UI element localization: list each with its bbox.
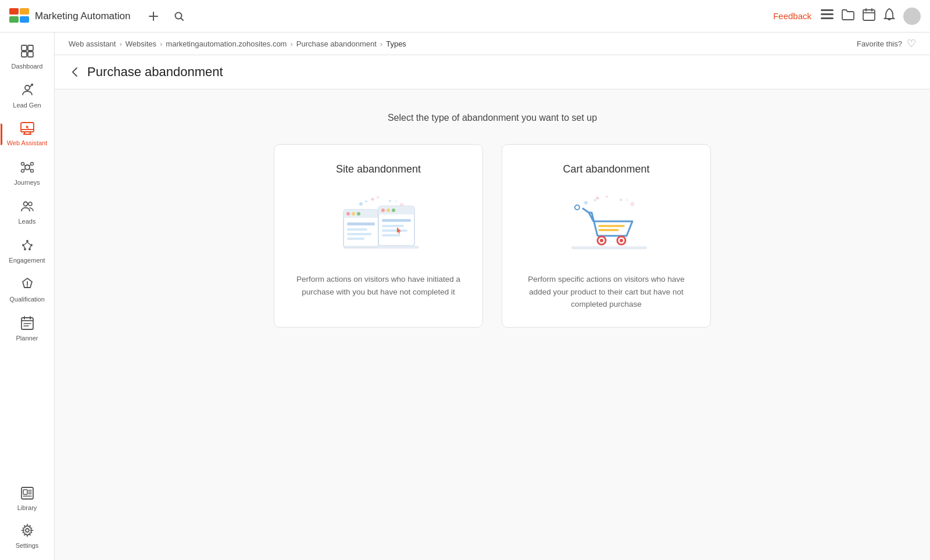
sidebar-item-planner[interactable]: Planner xyxy=(3,310,52,347)
breadcrumb-current: Types xyxy=(386,40,406,48)
svg-line-33 xyxy=(24,164,26,166)
sidebar-item-label: Planner xyxy=(16,335,38,342)
svg-line-36 xyxy=(29,168,31,170)
svg-text:+: + xyxy=(593,197,597,203)
calendar-icon[interactable] xyxy=(863,8,875,24)
sidebar-item-label: Engagement xyxy=(9,257,45,264)
sidebar-item-dashboard[interactable]: Dashboard xyxy=(3,38,52,75)
app-logo-area: Marketing Automation xyxy=(9,8,140,24)
search-button[interactable] xyxy=(170,7,188,26)
sidebar-item-label: Dashboard xyxy=(12,63,43,70)
breadcrumb-purchase[interactable]: Purchase abandonment xyxy=(296,40,377,48)
svg-line-34 xyxy=(29,164,31,166)
svg-rect-17 xyxy=(22,52,27,57)
svg-point-94 xyxy=(620,199,622,201)
cart-abandonment-desc: Perform specific actions on visitors who… xyxy=(518,273,694,311)
sidebar-item-web-assistant[interactable]: Web Assistant xyxy=(3,116,52,152)
cart-abandonment-title: Cart abandonment xyxy=(563,163,649,175)
svg-point-37 xyxy=(23,202,27,206)
svg-rect-11 xyxy=(863,10,875,20)
svg-rect-1 xyxy=(20,8,29,15)
cart-abandonment-card[interactable]: Cart abandonment + + ○ xyxy=(502,144,711,328)
add-button[interactable] xyxy=(144,7,163,26)
library-icon xyxy=(21,487,34,502)
breadcrumb-domain[interactable]: marketingautomation.zohosites.com xyxy=(166,40,287,48)
sidebar-item-settings[interactable]: Settings xyxy=(3,518,52,554)
svg-rect-78 xyxy=(347,228,367,231)
sidebar-item-label: Library xyxy=(17,504,37,512)
folder-icon[interactable] xyxy=(842,9,854,23)
svg-text:+: + xyxy=(364,198,368,204)
sidebar-item-lead-gen[interactable]: Lead Gen xyxy=(3,77,52,114)
back-button[interactable] xyxy=(69,66,80,78)
svg-point-85 xyxy=(387,209,390,212)
back-arrow-icon xyxy=(69,66,80,78)
svg-point-39 xyxy=(26,240,28,242)
svg-point-43 xyxy=(28,248,31,250)
svg-rect-80 xyxy=(347,238,364,240)
svg-point-40 xyxy=(22,244,24,246)
svg-point-103 xyxy=(600,239,603,242)
svg-point-41 xyxy=(30,244,33,246)
notification-icon[interactable] xyxy=(884,8,895,24)
svg-point-42 xyxy=(24,248,26,250)
svg-rect-89 xyxy=(382,229,407,232)
list-view-icon[interactable] xyxy=(821,9,834,23)
svg-line-45 xyxy=(27,242,30,245)
svg-point-92 xyxy=(584,201,588,204)
favorite-area[interactable]: Favorite this? ♡ xyxy=(857,37,916,50)
svg-rect-79 xyxy=(347,233,371,235)
svg-point-74 xyxy=(346,212,350,216)
sidebar-item-label: Settings xyxy=(16,542,39,550)
breadcrumb-web-assistant[interactable]: Web assistant xyxy=(69,40,116,48)
svg-rect-3 xyxy=(20,16,29,23)
svg-point-19 xyxy=(25,85,30,90)
sidebar-item-leads[interactable]: Leads xyxy=(3,193,52,230)
zoho-logo-icon xyxy=(9,8,30,24)
svg-rect-15 xyxy=(22,45,27,51)
lead-gen-icon xyxy=(20,83,34,99)
svg-point-105 xyxy=(620,239,623,242)
sidebar-item-label: Leads xyxy=(19,218,36,225)
sidebar-item-label: Qualification xyxy=(9,296,45,303)
site-abandonment-illustration: + + ○ xyxy=(332,189,425,259)
site-abandonment-card[interactable]: Site abandonment + + ○ xyxy=(274,144,483,328)
abandonment-cards: Site abandonment + + ○ xyxy=(274,144,711,328)
svg-rect-90 xyxy=(382,234,400,236)
svg-line-44 xyxy=(24,242,27,245)
avatar[interactable] xyxy=(903,8,921,25)
breadcrumb: Web assistant › Websites › marketingauto… xyxy=(69,40,406,48)
breadcrumb-websites[interactable]: Websites xyxy=(126,40,156,48)
svg-rect-87 xyxy=(382,219,411,222)
sidebar-item-journeys[interactable]: Journeys xyxy=(3,155,52,191)
favorite-label: Favorite this? xyxy=(857,40,902,48)
heart-icon[interactable]: ♡ xyxy=(907,37,916,50)
svg-rect-18 xyxy=(28,52,33,57)
svg-point-65 xyxy=(371,198,374,201)
svg-line-7 xyxy=(181,18,184,20)
svg-point-63 xyxy=(26,529,29,532)
svg-line-47 xyxy=(30,246,31,248)
journeys-icon xyxy=(20,160,34,177)
page-header: Purchase abandonment xyxy=(55,55,930,89)
topbar-right: Feedback xyxy=(773,8,921,25)
feedback-button[interactable]: Feedback xyxy=(773,11,811,21)
engagement-icon xyxy=(20,238,34,254)
svg-rect-10 xyxy=(821,17,834,19)
svg-point-99 xyxy=(575,205,580,210)
main-container: Dashboard Lead Gen xyxy=(0,33,930,560)
cart-abandonment-illustration: + + ○ xyxy=(560,189,653,259)
svg-rect-16 xyxy=(28,45,33,51)
search-icon xyxy=(174,11,184,21)
sidebar-item-label: Lead Gen xyxy=(13,102,41,109)
sidebar-item-library[interactable]: Library xyxy=(3,481,52,516)
breadcrumb-sep-1: › xyxy=(119,40,121,48)
svg-rect-58 xyxy=(23,490,27,494)
topbar-right-icons xyxy=(821,8,921,25)
svg-point-84 xyxy=(381,209,385,212)
svg-text:○: ○ xyxy=(395,198,398,204)
sidebar-item-qualification[interactable]: Qualification xyxy=(3,271,52,308)
sidebar-item-engagement[interactable]: Engagement xyxy=(3,232,52,269)
svg-point-66 xyxy=(389,200,391,202)
svg-point-76 xyxy=(357,212,360,216)
